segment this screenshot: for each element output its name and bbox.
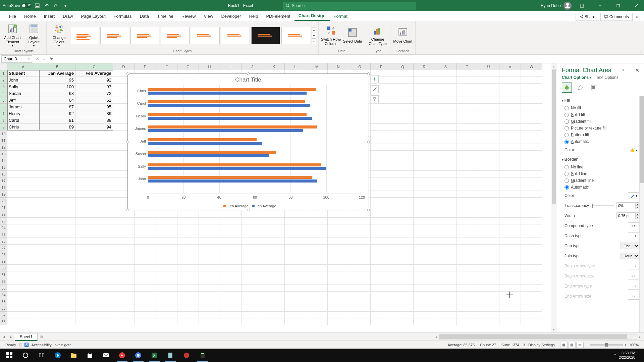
cell[interactable]: [75, 171, 113, 177]
cell[interactable]: [521, 238, 542, 245]
cell[interactable]: [499, 117, 521, 124]
cell[interactable]: [392, 238, 414, 245]
cell[interactable]: [349, 238, 371, 245]
cell[interactable]: [435, 117, 457, 124]
cell[interactable]: [414, 245, 435, 251]
cell[interactable]: [39, 198, 75, 204]
cell[interactable]: [478, 184, 499, 191]
cell[interactable]: [7, 211, 39, 218]
cell[interactable]: [478, 198, 499, 204]
cell[interactable]: [113, 292, 135, 298]
ribbon-tab-data[interactable]: Data: [136, 12, 153, 21]
column-header[interactable]: V: [499, 63, 521, 70]
cell[interactable]: [285, 278, 306, 285]
cell[interactable]: [7, 298, 39, 305]
gallery-more-icon[interactable]: ▾: [312, 39, 316, 44]
transparency-input[interactable]: [616, 202, 635, 209]
column-header[interactable]: T: [457, 63, 478, 70]
cell[interactable]: [499, 70, 521, 77]
cell[interactable]: [7, 204, 39, 211]
cell[interactable]: [242, 251, 263, 258]
scroll-up-icon[interactable]: ▴: [551, 63, 557, 69]
column-header[interactable]: S: [435, 63, 457, 70]
cell[interactable]: [478, 318, 499, 325]
cell[interactable]: [414, 204, 435, 211]
bar-feb[interactable]: [148, 125, 317, 128]
cell[interactable]: [499, 271, 521, 278]
cell[interactable]: [135, 224, 156, 231]
ribbon-tab-review[interactable]: Review: [177, 12, 200, 21]
cell[interactable]: [457, 218, 478, 224]
cell[interactable]: [457, 204, 478, 211]
cell[interactable]: [177, 292, 199, 298]
cell[interactable]: 88: [75, 117, 113, 124]
tab-text-options[interactable]: Text Options: [596, 75, 619, 80]
comments-button[interactable]: Comments: [600, 13, 633, 21]
quick-layout-button[interactable]: Quick Layout▾: [23, 22, 44, 49]
cell[interactable]: [75, 164, 113, 171]
cell[interactable]: [135, 231, 156, 238]
cell[interactable]: [328, 318, 349, 325]
redo-icon[interactable]: [52, 2, 60, 9]
cell[interactable]: [392, 258, 414, 265]
cell[interactable]: [371, 238, 392, 245]
ribbon-tab-insert[interactable]: Insert: [40, 12, 59, 21]
cell[interactable]: [177, 231, 199, 238]
cell[interactable]: [39, 224, 75, 231]
cell[interactable]: [7, 177, 39, 184]
cell[interactable]: [7, 278, 39, 285]
cell[interactable]: [457, 97, 478, 104]
row-header[interactable]: 22: [0, 211, 7, 218]
cell[interactable]: [220, 305, 242, 312]
app-icon[interactable]: [178, 349, 195, 362]
cell[interactable]: [328, 258, 349, 265]
cell[interactable]: [435, 144, 457, 151]
row-header[interactable]: 14: [0, 157, 7, 164]
cell[interactable]: [306, 298, 328, 305]
cell[interactable]: [478, 238, 499, 245]
bar-feb[interactable]: [148, 88, 316, 91]
move-chart-button[interactable]: Move Chart: [392, 22, 413, 49]
cell[interactable]: [457, 157, 478, 164]
cell[interactable]: [75, 312, 113, 318]
cell[interactable]: [39, 211, 75, 218]
border-option[interactable]: Automatic: [562, 184, 639, 191]
cell[interactable]: [414, 177, 435, 184]
cell[interactable]: [457, 191, 478, 198]
cell[interactable]: [156, 258, 177, 265]
bar-jan[interactable]: [148, 179, 317, 183]
cell[interactable]: [39, 137, 75, 144]
cell[interactable]: [75, 278, 113, 285]
fill-option[interactable]: Automatic: [562, 138, 639, 145]
switch-row-column-button[interactable]: Switch Row/ Column: [321, 22, 341, 49]
cell[interactable]: [199, 245, 220, 251]
cell[interactable]: Susan: [7, 90, 39, 97]
bar-feb[interactable]: [148, 100, 305, 103]
cell[interactable]: [242, 211, 263, 218]
cell[interactable]: [39, 245, 75, 251]
cell[interactable]: [392, 151, 414, 157]
cell[interactable]: [199, 238, 220, 245]
cell[interactable]: [371, 218, 392, 224]
cell[interactable]: [521, 124, 542, 131]
cell[interactable]: [457, 84, 478, 90]
search-box[interactable]: Search: [283, 2, 416, 10]
cell[interactable]: [285, 271, 306, 278]
cell[interactable]: [414, 318, 435, 325]
cell[interactable]: [7, 198, 39, 204]
cell[interactable]: [263, 305, 285, 312]
cell[interactable]: [499, 251, 521, 258]
cell[interactable]: [113, 265, 135, 271]
cell[interactable]: [263, 318, 285, 325]
cell[interactable]: [75, 305, 113, 312]
cell[interactable]: [499, 164, 521, 171]
cell[interactable]: [392, 137, 414, 144]
fx-icon[interactable]: fx: [50, 56, 53, 61]
column-header[interactable]: W: [521, 63, 542, 70]
cell[interactable]: [371, 245, 392, 251]
cell[interactable]: [521, 184, 542, 191]
cell[interactable]: 87: [39, 104, 75, 110]
row-header[interactable]: 30: [0, 265, 7, 271]
cell[interactable]: [478, 204, 499, 211]
fill-option[interactable]: Gradient fill: [562, 118, 639, 125]
